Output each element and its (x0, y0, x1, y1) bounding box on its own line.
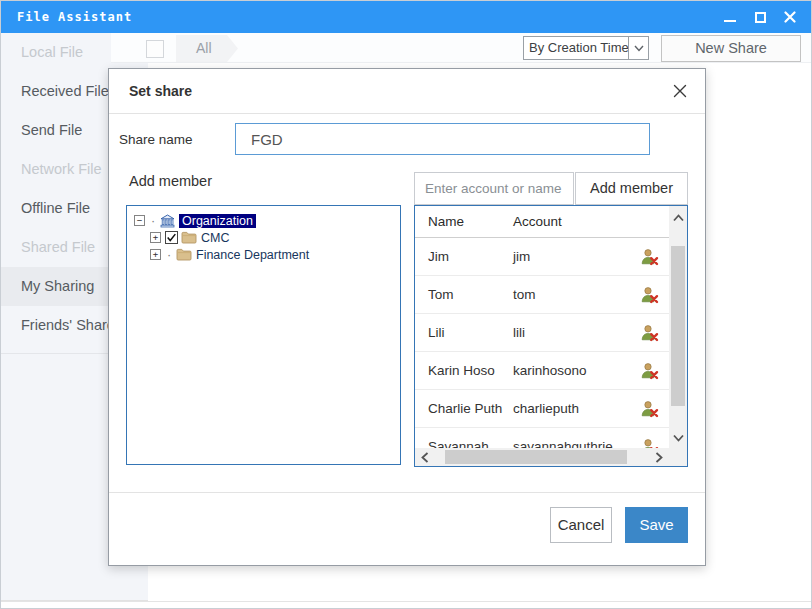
dialog-header: Set share (109, 69, 705, 114)
remove-member-button[interactable] (631, 324, 669, 342)
scroll-up-icon[interactable] (669, 210, 687, 226)
share-name-label: Share name (119, 132, 193, 147)
member-account: jim (513, 249, 631, 264)
remove-member-button[interactable] (631, 248, 669, 266)
remove-member-button[interactable] (631, 286, 669, 304)
tree-row[interactable]: + · Finance Department (150, 246, 400, 263)
member-rows: Jim jim Tom tom Lili lili (415, 238, 669, 466)
tree-checkbox-checked[interactable] (165, 231, 178, 244)
bottom-strip (1, 601, 811, 609)
organization-icon (160, 214, 175, 228)
set-share-dialog: Set share Share name Add member − · (108, 68, 706, 566)
member-row: Jim jim (415, 238, 669, 276)
tree-node-label[interactable]: Finance Department (196, 248, 309, 262)
tree-row[interactable]: + CMC (150, 229, 400, 246)
column-name: Name (428, 214, 513, 229)
app-window: File Assistant Local FileReceived FileSe… (0, 0, 812, 609)
member-table: Name Account Jim jim Tom tom L (414, 205, 688, 467)
horizontal-scroll-thumb[interactable] (445, 450, 627, 464)
minimize-button[interactable] (723, 10, 737, 24)
close-icon (784, 11, 796, 23)
window-title: File Assistant (1, 10, 132, 24)
breadcrumb[interactable]: All (176, 35, 238, 62)
remove-person-icon (640, 248, 659, 266)
tree-node-organization[interactable]: Organization (179, 214, 256, 228)
sort-dropdown[interactable]: By Creation Time (523, 36, 649, 60)
maximize-icon (755, 12, 766, 23)
member-account: karinhosono (513, 363, 631, 378)
save-button[interactable]: Save (625, 507, 688, 543)
sort-dropdown-value: By Creation Time (524, 37, 628, 59)
select-all-checkbox[interactable] (146, 40, 164, 58)
tree-row-root[interactable]: − · Organization (134, 212, 400, 229)
checkmark-icon (166, 232, 177, 243)
folder-icon (176, 248, 192, 261)
member-row: Karin Hoso karinhosono (415, 352, 669, 390)
add-member-button[interactable]: Add member (575, 172, 688, 205)
close-window-button[interactable] (783, 10, 797, 24)
collapse-icon[interactable]: − (134, 215, 145, 226)
remove-person-icon (640, 400, 659, 418)
tree-dot: · (149, 214, 157, 228)
dialog-title: Set share (129, 83, 192, 99)
toolbar: All By Creation Time New Share (111, 33, 812, 63)
remove-member-button[interactable] (631, 362, 669, 380)
member-row: Tom tom (415, 276, 669, 314)
folder-icon (181, 231, 197, 244)
remove-member-button[interactable] (631, 400, 669, 418)
member-table-header: Name Account (415, 206, 669, 238)
member-account: lili (513, 325, 631, 340)
expand-icon[interactable]: + (150, 249, 161, 260)
member-search-input[interactable] (414, 172, 574, 205)
member-account: charlieputh (513, 401, 631, 416)
add-member-section-label: Add member (129, 173, 212, 189)
member-name: Karin Hoso (428, 363, 513, 378)
maximize-button[interactable] (753, 10, 767, 24)
vertical-scroll-thumb[interactable] (671, 246, 685, 406)
cancel-button[interactable]: Cancel (550, 507, 612, 543)
member-name: Jim (428, 249, 513, 264)
share-name-input[interactable] (235, 123, 650, 155)
scroll-down-icon[interactable] (669, 430, 687, 446)
remove-person-icon (640, 324, 659, 342)
titlebar: File Assistant (1, 1, 811, 33)
member-account: tom (513, 287, 631, 302)
vertical-scrollbar[interactable] (669, 206, 687, 466)
close-icon (673, 84, 687, 98)
member-row: Lili lili (415, 314, 669, 352)
member-name: Tom (428, 287, 513, 302)
minimize-icon (724, 20, 736, 22)
tree-dot: · (165, 248, 173, 262)
scroll-right-icon[interactable] (651, 449, 667, 465)
member-name: Lili (428, 325, 513, 340)
remove-person-icon (640, 286, 659, 304)
new-share-button[interactable]: New Share (661, 35, 801, 62)
member-name: Charlie Puth (428, 401, 513, 416)
tree-children: + CMC + · Finance Department (134, 229, 400, 263)
chevron-down-icon (628, 37, 648, 59)
remove-person-icon (640, 362, 659, 380)
organization-tree: − · Organization + (126, 205, 401, 465)
member-row: Charlie Puth charlieputh (415, 390, 669, 428)
close-dialog-button[interactable] (671, 82, 689, 100)
scroll-left-icon[interactable] (417, 449, 433, 465)
horizontal-scrollbar[interactable] (415, 448, 669, 466)
column-account: Account (513, 214, 631, 229)
tree-node-label[interactable]: CMC (201, 231, 229, 245)
expand-icon[interactable]: + (150, 232, 161, 243)
window-controls (723, 1, 797, 33)
footer-divider (109, 492, 705, 493)
